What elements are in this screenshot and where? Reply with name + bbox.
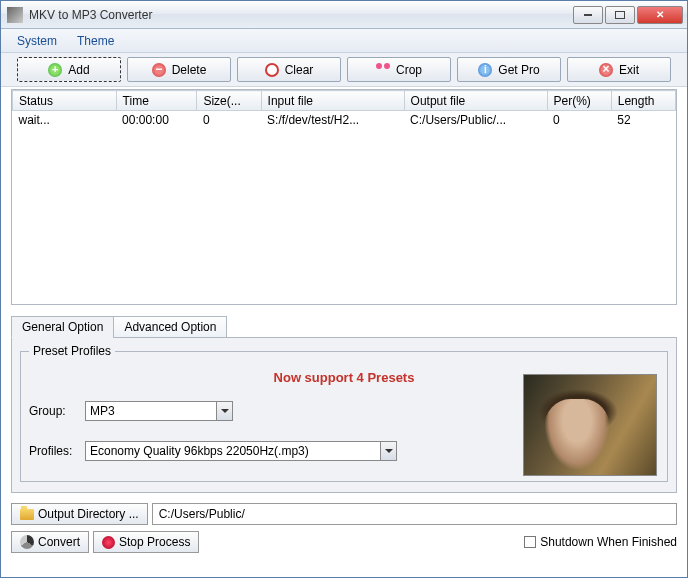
col-per[interactable]: Per(%) [547, 91, 611, 111]
col-time[interactable]: Time [116, 91, 197, 111]
convert-label: Convert [38, 535, 80, 549]
cell-size: 0 [197, 111, 261, 130]
chevron-down-icon [380, 442, 396, 460]
profiles-label: Profiles: [29, 444, 85, 458]
add-icon [48, 63, 62, 77]
menu-system[interactable]: System [7, 32, 67, 50]
cell-status: wait... [13, 111, 117, 130]
maximize-button[interactable] [605, 6, 635, 24]
app-icon [7, 7, 23, 23]
toolbar: Add Delete Clear Crop Get Pro Exit [1, 53, 687, 87]
cell-input: S:/f/dev/test/H2... [261, 111, 404, 130]
exit-button[interactable]: Exit [567, 57, 671, 82]
col-size[interactable]: Size(... [197, 91, 261, 111]
col-status[interactable]: Status [13, 91, 117, 111]
cell-time: 00:00:00 [116, 111, 197, 130]
output-dir-label: Output Directory ... [38, 507, 139, 521]
menu-theme[interactable]: Theme [67, 32, 124, 50]
tab-body: Preset Profiles Now support 4 Presets Gr… [11, 337, 677, 493]
crop-label: Crop [396, 63, 422, 77]
delete-icon [152, 63, 166, 77]
shutdown-checkbox[interactable]: Shutdown When Finished [524, 535, 677, 549]
output-dir-button[interactable]: Output Directory ... [11, 503, 148, 525]
crop-icon [376, 63, 390, 77]
output-path-input[interactable]: C:/Users/Public/ [152, 503, 677, 525]
preset-fieldset: Preset Profiles Now support 4 Presets Gr… [20, 344, 668, 482]
add-button[interactable]: Add [17, 57, 121, 82]
stop-icon [102, 536, 115, 549]
shutdown-label: Shutdown When Finished [540, 535, 677, 549]
checkbox-icon [524, 536, 536, 548]
delete-button[interactable]: Delete [127, 57, 231, 82]
exit-label: Exit [619, 63, 639, 77]
cell-output: C:/Users/Public/... [404, 111, 547, 130]
stop-label: Stop Process [119, 535, 190, 549]
convert-button[interactable]: Convert [11, 531, 89, 553]
col-length[interactable]: Length [611, 91, 675, 111]
file-table: Status Time Size(... Input file Output f… [11, 89, 677, 305]
title-bar: MKV to MP3 Converter [1, 1, 687, 29]
getpro-label: Get Pro [498, 63, 539, 77]
col-output[interactable]: Output file [404, 91, 547, 111]
preset-legend: Preset Profiles [29, 344, 115, 358]
minimize-button[interactable] [573, 6, 603, 24]
delete-label: Delete [172, 63, 207, 77]
table-row[interactable]: wait... 00:00:00 0 S:/f/dev/test/H2... C… [13, 111, 676, 130]
close-button[interactable] [637, 6, 683, 24]
group-select[interactable]: MP3 [85, 401, 233, 421]
add-label: Add [68, 63, 89, 77]
profiles-value: Economy Quality 96kbps 22050Hz(.mp3) [90, 444, 309, 458]
group-value: MP3 [90, 404, 115, 418]
group-label: Group: [29, 404, 85, 418]
tab-advanced[interactable]: Advanced Option [113, 316, 227, 338]
video-preview [523, 374, 657, 476]
menu-bar: System Theme [1, 29, 687, 53]
bottom-bar: Output Directory ... C:/Users/Public/ Co… [1, 499, 687, 557]
stop-button[interactable]: Stop Process [93, 531, 199, 553]
chevron-down-icon [216, 402, 232, 420]
folder-icon [20, 509, 34, 520]
crop-button[interactable]: Crop [347, 57, 451, 82]
info-icon [478, 63, 492, 77]
clear-button[interactable]: Clear [237, 57, 341, 82]
clear-label: Clear [285, 63, 314, 77]
clear-icon [265, 63, 279, 77]
exit-icon [599, 63, 613, 77]
cell-per: 0 [547, 111, 611, 130]
window-title: MKV to MP3 Converter [29, 8, 573, 22]
getpro-button[interactable]: Get Pro [457, 57, 561, 82]
col-input[interactable]: Input file [261, 91, 404, 111]
cell-length: 52 [611, 111, 675, 130]
profiles-select[interactable]: Economy Quality 96kbps 22050Hz(.mp3) [85, 441, 397, 461]
tab-general[interactable]: General Option [11, 316, 114, 338]
options-tabs: General Option Advanced Option Preset Pr… [11, 315, 677, 493]
convert-icon [20, 535, 34, 549]
